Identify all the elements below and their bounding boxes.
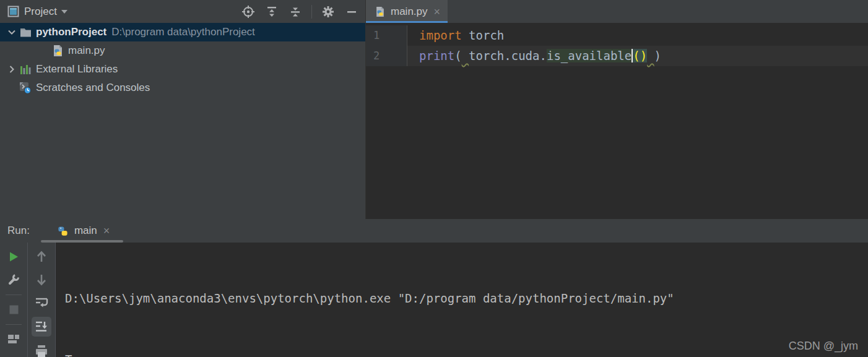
editor-area: main.py × 1 import torch 2 print( torch.… xyxy=(365,0,868,219)
chevron-down-icon[interactable] xyxy=(61,9,68,14)
run-console-output[interactable]: D:\Users\jym\anaconda3\envs\pytorch\pyth… xyxy=(56,243,868,357)
code-text-line-2: print( torch.cuda.is_available() ) xyxy=(407,46,661,66)
top-region: Project xyxy=(0,0,868,219)
expanded-chevron-icon[interactable] xyxy=(5,30,19,35)
matched-braces: () xyxy=(633,49,647,62)
collapsed-chevron-icon[interactable] xyxy=(5,66,19,73)
stop-button[interactable] xyxy=(5,301,22,318)
project-root-path: D:\program data\pythonProject xyxy=(111,26,255,38)
wrench-icon xyxy=(7,273,20,286)
soft-wrap-icon xyxy=(35,296,48,309)
print-console-button[interactable] xyxy=(33,342,50,357)
tree-external-libraries-label: External Libraries xyxy=(36,63,118,75)
locate-file-button[interactable] xyxy=(241,4,256,19)
tree-row-external-libraries[interactable]: External Libraries xyxy=(0,60,365,79)
project-tree: pythonProject D:\program data\pythonProj… xyxy=(0,23,365,97)
line-number: 2 xyxy=(366,46,407,66)
project-panel-header: Project xyxy=(0,0,365,23)
tree-file-name: main.py xyxy=(68,45,105,57)
project-tool-window: Project xyxy=(0,0,365,219)
run-toolbar xyxy=(0,243,28,357)
folder-icon xyxy=(19,27,32,37)
tree-row-python-project[interactable]: pythonProject D:\program data\pythonProj… xyxy=(0,23,365,41)
settings-button[interactable] xyxy=(321,4,336,19)
run-settings-button[interactable] xyxy=(5,271,22,288)
minus-icon xyxy=(346,6,357,17)
close-run-tab-icon[interactable]: × xyxy=(103,225,110,236)
stop-icon xyxy=(9,305,19,314)
code-text-line-1: import torch xyxy=(407,25,504,46)
prev-occurrence-button[interactable] xyxy=(33,248,50,265)
scroll-to-end-icon xyxy=(35,320,48,333)
console-line: True xyxy=(65,350,868,357)
restore-layout-button[interactable] xyxy=(5,330,22,348)
run-tool-window: Run: main × xyxy=(0,219,868,357)
python-file-icon xyxy=(375,6,386,17)
editor-tab-main-py[interactable]: main.py × xyxy=(366,0,448,23)
scroll-to-end-button[interactable] xyxy=(32,317,51,337)
plain-token: torch.cuda. xyxy=(469,49,547,62)
builtin-token: print xyxy=(419,49,454,62)
python-logo-icon xyxy=(57,225,69,237)
arrow-up-icon xyxy=(37,251,46,263)
run-panel-header: Run: main × xyxy=(0,219,868,243)
hide-panel-button[interactable] xyxy=(344,4,359,19)
space-warning xyxy=(647,49,654,62)
plain-token: torch xyxy=(462,28,505,42)
console-line: D:\Users\jym\anaconda3\envs\pytorch\pyth… xyxy=(65,288,868,309)
run-tab-main[interactable]: main × xyxy=(52,219,115,243)
toolbar-separator xyxy=(6,324,22,325)
collapse-all-button[interactable] xyxy=(288,4,303,19)
project-panel-icon xyxy=(7,6,19,17)
play-icon xyxy=(8,251,19,262)
printer-icon xyxy=(35,345,48,357)
gear-icon xyxy=(321,5,335,19)
tree-row-scratches[interactable]: Scratches and Consoles xyxy=(0,79,365,97)
code-line-1[interactable]: 1 import torch xyxy=(366,25,868,46)
pycharm-window: Project xyxy=(0,0,868,357)
python-file-icon xyxy=(51,45,64,57)
toolbar-separator xyxy=(311,5,312,19)
identifier-under-caret: is_available xyxy=(547,49,631,62)
next-occurrence-button[interactable] xyxy=(33,271,50,288)
tree-scratches-label: Scratches and Consoles xyxy=(36,82,150,94)
close-tab-icon[interactable]: × xyxy=(434,6,441,17)
layout-icon xyxy=(7,333,20,345)
project-panel-title: Project xyxy=(24,6,57,18)
scratches-icon xyxy=(19,82,32,94)
expand-all-button[interactable] xyxy=(264,4,279,19)
run-panel-body: D:\Users\jym\anaconda3\envs\pytorch\pyth… xyxy=(0,243,868,357)
editor-tab-strip: main.py × xyxy=(366,0,868,23)
collapse-all-icon xyxy=(289,6,302,18)
console-toolbar xyxy=(28,243,56,357)
editor-tab-label: main.py xyxy=(391,6,428,18)
run-tab-label: main xyxy=(74,225,97,237)
soft-wrap-button[interactable] xyxy=(33,294,50,311)
space-warning xyxy=(462,49,469,62)
code-editor[interactable]: 1 import torch 2 print( torch.cuda.is_av… xyxy=(366,23,868,219)
csdn-watermark: CSDN @_jym xyxy=(789,340,858,353)
code-line-2[interactable]: 2 print( torch.cuda.is_available() ) xyxy=(366,46,868,66)
tree-row-main-py[interactable]: main.py xyxy=(0,41,365,60)
project-root-name: pythonProject xyxy=(36,26,106,38)
libraries-icon xyxy=(19,64,32,75)
rerun-button[interactable] xyxy=(5,248,22,265)
arrow-down-icon xyxy=(37,273,46,286)
run-label: Run: xyxy=(7,225,30,237)
line-number: 1 xyxy=(366,25,407,46)
paren-token: ) xyxy=(654,49,661,62)
run-tab-underline xyxy=(41,240,123,243)
target-icon xyxy=(241,5,255,19)
expand-all-icon xyxy=(266,6,278,18)
paren-token: ( xyxy=(454,49,461,62)
active-tab-underline xyxy=(366,21,448,23)
toolbar-separator xyxy=(6,295,22,295)
keyword-token: import xyxy=(419,28,462,42)
